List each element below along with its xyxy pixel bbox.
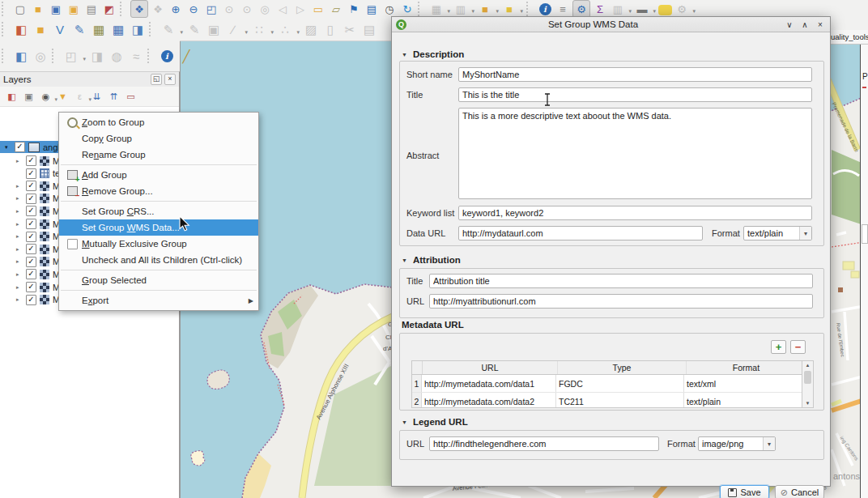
map-tips-button[interactable] [658, 5, 672, 15]
move-feature-button[interactable]: ◧ [12, 47, 30, 65]
menu-item-set-group-crs[interactable]: Set Group CRS... [59, 203, 258, 219]
expand-all-button[interactable]: ⇊ [90, 90, 104, 104]
measure-menu-button[interactable]: ▬▾ [634, 1, 650, 17]
metasearch-button[interactable]: i [158, 47, 176, 65]
layer-checkbox[interactable]: ✓ [26, 181, 36, 191]
scroll-thumb[interactable] [804, 371, 811, 384]
new-geopackage-layer-button[interactable]: ■ [32, 20, 49, 38]
collapse-all-button[interactable]: ⇈ [107, 90, 121, 104]
keyword-list-input[interactable] [458, 206, 812, 220]
expander-right-icon[interactable]: ▸ [16, 195, 24, 202]
maximize-window-button[interactable]: ∧ [799, 20, 811, 29]
expander-right-icon[interactable]: ▸ [16, 246, 24, 253]
header-cell[interactable]: Type [558, 361, 687, 374]
layer-checkbox[interactable]: ✓ [26, 155, 36, 166]
add-group-button[interactable]: ▣ [22, 90, 36, 104]
open-project-button[interactable]: ■ [30, 1, 46, 17]
expander-right-icon[interactable]: ▸ [16, 258, 24, 265]
legend-url-input[interactable] [429, 436, 659, 451]
type-cell[interactable]: TC211 [556, 393, 684, 408]
menu-item-set-group-wms-data[interactable]: Set Group WMS Data... [59, 219, 258, 236]
short-name-input[interactable] [458, 67, 812, 82]
style-manager-button[interactable]: ◩ [101, 1, 117, 17]
new-3d-map-view-button[interactable]: ▱ [328, 1, 344, 17]
menu-item-group-selected[interactable]: Group Selected [59, 272, 258, 288]
statistics-summary-button[interactable]: Σ [592, 1, 608, 17]
table-row[interactable]: 1http://mymetadata.com/data1FGDCtext/xml [412, 375, 813, 393]
close-panel-button[interactable]: × [164, 74, 176, 85]
expander-right-icon[interactable]: ▸ [16, 233, 24, 240]
quality-tools-tab[interactable]: uality_tools [831, 30, 868, 45]
layer-checkbox[interactable]: ✓ [26, 282, 36, 292]
layer-checkbox[interactable]: ✓ [26, 219, 36, 229]
metadata-table[interactable]: URLTypeFormat 1http://mymetadata.com/dat… [411, 360, 814, 408]
layer-checkbox[interactable]: ✓ [26, 269, 36, 279]
menu-item-add-group[interactable]: Add Group [59, 167, 258, 183]
url-cell[interactable]: http://mymetadata.com/data2 [422, 393, 556, 408]
new-spatial-bookmark-button[interactable]: ⚑ [346, 1, 362, 17]
layout-manager-button[interactable]: ▤ [83, 1, 100, 17]
layout-items-menu-button[interactable]: ■▾ [501, 1, 517, 17]
temporal-controller-button[interactable]: ◷ [381, 1, 398, 17]
url-cell[interactable]: http://mymetadata.com/data1 [422, 375, 556, 392]
menu-item-mutually-exclusive-group[interactable]: Mutually Exclusive Group [59, 236, 258, 252]
new-shapefile-layer-button[interactable]: V [51, 20, 69, 38]
format-cell[interactable]: text/xml [684, 375, 803, 392]
description-section-header[interactable]: ▼ Description [402, 49, 464, 59]
save-project-button[interactable]: ▣ [48, 1, 64, 17]
show-bookmarks-button[interactable]: ▤ [364, 1, 380, 17]
add-metadata-row-button[interactable]: + [771, 340, 786, 354]
data-source-manager-button[interactable]: ◧ [12, 20, 30, 38]
expander-right-icon[interactable]: ▸ [16, 208, 24, 215]
shade-window-button[interactable]: ∨ [784, 20, 795, 29]
expander-right-icon[interactable]: ▸ [16, 158, 24, 164]
expander-right-icon[interactable]: ▸ [16, 296, 24, 303]
processing-toolbox-button[interactable]: ⚙ [572, 0, 590, 18]
title-input[interactable] [458, 87, 812, 102]
expander-down-icon[interactable]: ▾ [5, 144, 13, 151]
abstract-textarea[interactable]: This is a more descriptive text aboout t… [458, 108, 812, 199]
attribution-title-input[interactable] [429, 274, 813, 288]
save-project-as-button[interactable]: ▣ [66, 1, 82, 17]
menu-item-remove-group[interactable]: Remove Group... [59, 183, 258, 199]
table-row[interactable]: 2http://mymetadata.com/data2TC211text/pl… [412, 393, 813, 408]
sliver-scroll-thumb[interactable] [862, 224, 868, 244]
save-button[interactable]: Save [720, 485, 769, 498]
expander-right-icon[interactable]: ▸ [16, 221, 24, 228]
type-cell[interactable]: FGDC [556, 375, 684, 392]
new-spatialite-layer-button[interactable]: ✎ [70, 20, 88, 38]
format-cell[interactable]: text/plain [684, 393, 803, 408]
remove-layer-group-button[interactable]: ▭ [124, 90, 138, 104]
zoom-full-extent-button[interactable]: ◰ [203, 1, 219, 17]
options-sliders-button[interactable]: ≡ [555, 1, 571, 17]
menu-item-copy-group[interactable]: Copy Group [59, 130, 258, 147]
attribution-section-header[interactable]: ▼ Attribution [402, 255, 461, 265]
data-url-input[interactable] [458, 226, 703, 240]
layer-checkbox[interactable]: ✓ [26, 295, 36, 305]
menu-item-export[interactable]: Export▶ [59, 292, 258, 309]
layer-checkbox[interactable]: ✓ [26, 257, 36, 267]
group-checkbox[interactable]: ✓ [15, 142, 25, 152]
expander-right-icon[interactable]: ▸ [16, 271, 24, 278]
menu-item-zoom-to-group[interactable]: Zoom to Group [59, 114, 258, 130]
new-virtual-layer-button[interactable]: ◨ [129, 20, 147, 38]
plugin-wrench-button[interactable]: ╱ [177, 47, 195, 65]
zoom-in-button[interactable]: ⊕ [168, 1, 184, 17]
manage-map-themes-button[interactable]: ◉▾ [39, 90, 53, 104]
float-panel-button[interactable]: ◱ [151, 74, 162, 85]
layer-checkbox[interactable]: ✓ [26, 244, 36, 254]
close-window-button[interactable]: × [815, 20, 826, 29]
menu-item-uncheck-all-children[interactable]: Uncheck and All its Children (Ctrl-click… [59, 252, 258, 268]
new-project-button[interactable]: ▢ [12, 1, 28, 17]
remove-metadata-row-button[interactable]: − [790, 340, 806, 354]
identify-features-button[interactable]: i [537, 1, 553, 17]
expander-right-icon[interactable]: ▸ [16, 183, 24, 189]
refresh-map-button[interactable]: ↻ [399, 1, 415, 17]
legend-section-header[interactable]: ▼ Legend URL [402, 417, 468, 427]
filter-legend-button[interactable]: ▼ [56, 90, 70, 104]
scroll-down-icon[interactable]: ▼ [806, 399, 811, 407]
new-grid-layer-button[interactable]: ▦ [109, 20, 127, 38]
cancel-button[interactable]: ⊘ Cancel [775, 485, 824, 498]
layer-checkbox[interactable]: ✓ [26, 168, 36, 179]
legend-format-combo[interactable]: image/png ▾ [698, 436, 776, 451]
